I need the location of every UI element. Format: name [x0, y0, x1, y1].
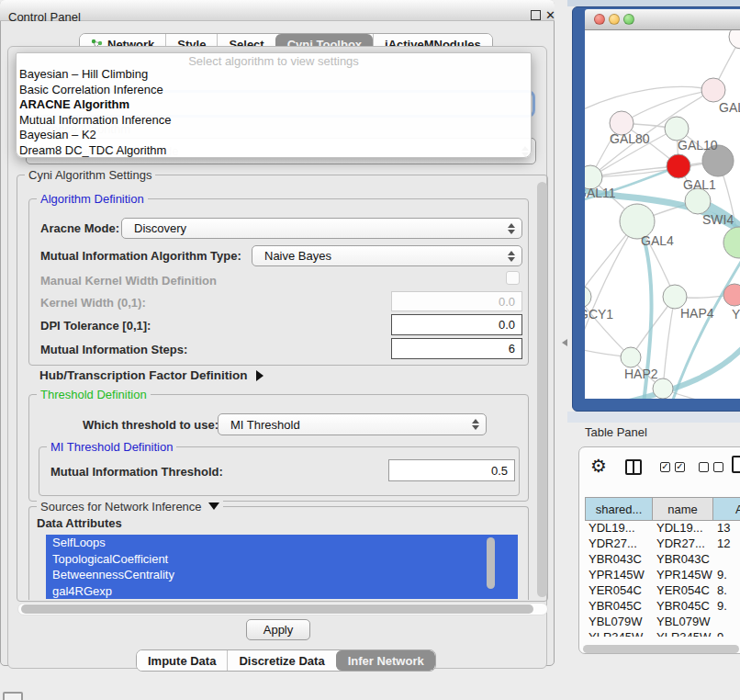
column-header-name[interactable]: name — [652, 497, 713, 521]
combo-stepper-icon — [506, 223, 516, 234]
table-cell: 13 — [717, 521, 740, 535]
table-cell: YBR045C — [656, 599, 713, 613]
network-node[interactable] — [723, 227, 740, 258]
table-cell: YPR145W — [656, 568, 713, 581]
minimized-panel-icon[interactable] — [3, 692, 23, 700]
combo-stepper-icon — [506, 251, 516, 262]
network-edge[interactable] — [585, 221, 637, 361]
table-row[interactable]: YBR045CYBR045C9. — [579, 599, 740, 615]
network-node[interactable] — [653, 378, 673, 399]
network-canvas[interactable]: GALGAL80GAL10GAL1GAL11SWI4GAL4GCY1HAP4YH… — [585, 30, 740, 399]
minimize-traffic-light-icon[interactable] — [609, 14, 620, 25]
which-threshold-combo[interactable]: MI Threshold — [218, 413, 487, 435]
dropdown-prompt: Select algorithm to view settings — [17, 54, 531, 67]
mi-algorithm-type-label: Mutual Information Algorithm Type: — [40, 249, 241, 263]
table-cell: YDL19... — [656, 521, 713, 535]
table-rows: YDL19...YDL19...13YDR27...YDR27...12YBR0… — [579, 521, 740, 637]
network-node[interactable] — [729, 30, 740, 49]
sources-group: Sources for Network Inference Data Attri… — [28, 506, 529, 600]
unchecked-checkbox-icon[interactable] — [699, 462, 709, 472]
hub-definition-toggle[interactable]: Hub/Transcription Factor Definition — [39, 368, 263, 382]
scrollbar-thumb[interactable] — [21, 604, 533, 614]
algorithm-definition-title: Algorithm Definition — [37, 192, 148, 206]
tab-discretize-data[interactable]: Discretize Data — [227, 650, 335, 671]
table-cell: YBR043C — [656, 552, 713, 566]
algorithm-definition-group: Algorithm Definition Aracne Mode: Discov… — [28, 198, 529, 366]
threshold-definition-group: Threshold Definition Which threshold to … — [28, 394, 529, 502]
apply-button[interactable]: Apply — [246, 619, 310, 640]
network-node-label: GAL80 — [610, 131, 650, 146]
network-node-gcy1[interactable] — [585, 286, 591, 308]
network-node-gal[interactable] — [701, 78, 725, 102]
dropdown-item[interactable]: Bayesian – Hill Climbing — [17, 67, 531, 83]
attribute-list-item[interactable]: TopologicalCoefficient — [46, 551, 518, 568]
mi-threshold-field[interactable]: 0.5 — [388, 459, 515, 481]
attribute-list-item[interactable]: gal4RGexp — [46, 583, 518, 600]
attribute-list-item[interactable]: SelfLoops — [46, 535, 518, 551]
zoom-traffic-light-icon[interactable] — [623, 14, 634, 25]
table-row[interactable]: YDR27...YDR27...12 — [579, 536, 740, 552]
splitter-arrow-icon[interactable] — [562, 339, 567, 346]
table-cell: YBL079W — [589, 615, 653, 628]
mi-steps-field[interactable]: 6 — [391, 338, 522, 359]
table-cell: 8. — [717, 583, 740, 597]
desktop-strip — [567, 0, 740, 6]
attribute-list-item[interactable]: BetweennessCentrality — [46, 567, 518, 583]
expand-arrow-icon — [256, 370, 263, 381]
control-panel-titlebar — [0, 0, 555, 21]
table-row[interactable]: YDL19...YDL19...13 — [579, 521, 740, 536]
algorithm-dropdown-popup: Select algorithm to view settings Bayesi… — [16, 52, 532, 158]
network-node-swi4[interactable] — [685, 188, 711, 214]
float-window-icon[interactable] — [531, 10, 541, 20]
table-panel-title: Table Panel — [585, 425, 647, 439]
data-attributes-label: Data Attributes — [37, 516, 122, 530]
dropdown-item[interactable]: Dream8 DC_TDC Algorithm — [17, 143, 531, 159]
dpi-tolerance-label: DPI Tolerance [0,1]: — [40, 319, 151, 333]
kernel-width-field[interactable]: 0.0 — [391, 291, 522, 311]
gear-icon[interactable]: ⚙ — [590, 455, 607, 477]
dpi-tolerance-field[interactable]: 0.0 — [391, 314, 522, 335]
network-node-gal1[interactable] — [667, 154, 690, 178]
unchecked-checkbox-icon[interactable] — [713, 462, 723, 472]
table-row[interactable]: YER054CYER054C8. — [579, 583, 740, 599]
dropdown-item[interactable]: Bayesian – K2 — [17, 128, 531, 143]
sources-toggle[interactable]: Sources for Network Inference — [37, 500, 223, 514]
checked-checkbox-icon[interactable]: ✓ — [675, 462, 685, 472]
manual-kernel-width-checkbox[interactable] — [506, 271, 520, 285]
which-threshold-value: MI Threshold — [219, 418, 470, 432]
network-node-label: Y — [732, 307, 740, 322]
settings-horizontal-scrollbar[interactable] — [17, 603, 548, 615]
attribute-list-scrollbar[interactable] — [487, 537, 495, 589]
network-node-hap2[interactable] — [621, 347, 641, 367]
combo-stepper-icon — [470, 419, 480, 430]
table-row[interactable]: YLR345WYLR345W9. — [579, 630, 740, 637]
column-header-partial[interactable]: A — [712, 497, 740, 521]
mi-threshold-label: Mutual Information Threshold: — [50, 465, 223, 479]
tab-infer-network[interactable]: Infer Network — [336, 650, 435, 671]
mi-algorithm-type-combo[interactable]: Naive Bayes — [252, 245, 522, 266]
dropdown-item[interactable]: Basic Correlation Inference — [17, 83, 531, 98]
column-header-shared[interactable]: shared... — [585, 497, 653, 521]
tab-impute-data[interactable]: Impute Data — [137, 650, 227, 671]
mi-algorithm-type-value: Naive Bayes — [252, 249, 506, 263]
aracne-mode-combo[interactable]: Discovery — [121, 218, 522, 239]
split-table-icon[interactable] — [625, 459, 642, 475]
table-row[interactable]: YBR043CYBR043C — [579, 552, 740, 568]
mi-steps-label: Mutual Information Steps: — [40, 343, 187, 356]
document-icon[interactable] — [732, 456, 740, 473]
close-icon[interactable]: ✕ — [545, 8, 555, 22]
table-panel-window: ⚙ ✓ ✓ shared... name A YDL19...YDL19...1… — [578, 446, 740, 654]
settings-vertical-scrollbar[interactable] — [537, 182, 547, 597]
network-window-titlebar[interactable] — [585, 9, 740, 30]
network-edge[interactable] — [585, 297, 631, 357]
dropdown-item[interactable]: Mutual Information Inference — [17, 113, 531, 129]
settings-group-title: Cyni Algorithm Settings — [25, 168, 155, 182]
dropdown-item[interactable]: ARACNE Algorithm — [17, 97, 531, 113]
network-node-label: HAP4 — [680, 306, 714, 321]
checked-checkbox-icon[interactable]: ✓ — [660, 462, 670, 472]
table-row[interactable]: YBL079WYBL079W — [579, 615, 740, 630]
table-row[interactable]: YPR145WYPR145W9. — [579, 568, 740, 583]
which-threshold-label: Which threshold to use: — [83, 418, 219, 432]
table-horizontal-scrollbar[interactable] — [583, 645, 739, 653]
close-traffic-light-icon[interactable] — [594, 14, 605, 25]
